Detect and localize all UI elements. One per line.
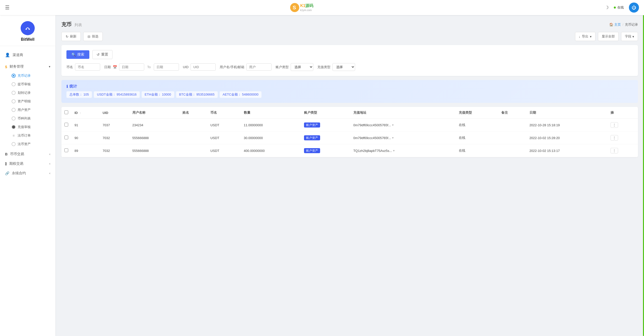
sidebar-item-withdraw-review[interactable]: 提币审核 xyxy=(9,80,50,89)
sidebar-section-finance: $ 财务管理 ▾ 充币记录 提币审核 划转记录 xyxy=(0,61,55,149)
row1-account-type: 账户资产 xyxy=(301,119,350,132)
sidebar-item-channel[interactable]: 👤 渠道商 xyxy=(0,50,55,60)
sidebar-item-coin-list[interactable]: 币种列表 xyxy=(9,114,50,123)
export-button[interactable]: ↓ 导出 ▾ xyxy=(575,32,596,41)
th-op: 操 xyxy=(608,107,638,119)
th-username: 用户名称 xyxy=(129,107,179,119)
row2-expand-icon[interactable]: ▾ xyxy=(392,136,394,140)
th-recharge-type-label: 充值类型 xyxy=(459,111,472,114)
search-button[interactable]: 🔍 搜索 xyxy=(66,50,89,59)
sidebar-item-asset-detail-label: 资产明细 xyxy=(18,99,31,104)
stats-info-icon: ℹ xyxy=(66,84,68,89)
breadcrumb-current-label: 充币记录 xyxy=(625,22,638,27)
coin-filter-input[interactable] xyxy=(75,63,100,71)
row2-op-button[interactable]: ⋮ xyxy=(611,135,618,141)
filter-group-coin: 币名 xyxy=(66,63,100,71)
th-address-label: 充值地址 xyxy=(353,111,366,114)
recharge-review-dot xyxy=(12,125,16,129)
logo-svg: S K1 源码 k1ym.com xyxy=(290,2,325,13)
filter-button[interactable]: ⊟ 筛选 xyxy=(83,32,103,41)
refresh-icon: ↻ xyxy=(66,35,68,38)
sidebar-item-transfer-record-label: 划转记录 xyxy=(18,91,31,95)
stats-card: ℹ 统计 总单数： 105 USDT金额： 95415893616 ETH金额：… xyxy=(61,80,638,103)
user-filter-input[interactable] xyxy=(246,63,272,71)
coin-trade-arrow: ‹ xyxy=(49,152,50,156)
sidebar-item-user-asset[interactable]: 用户资产 xyxy=(9,106,50,114)
row2-uid: 7032 xyxy=(100,132,129,144)
sidebar-item-transfer-record[interactable]: 划转记录 xyxy=(9,89,50,97)
th-name: 姓名 xyxy=(179,107,208,119)
breadcrumb-home-link[interactable]: 🏠 主页 xyxy=(609,22,621,27)
sidebar-section-finance-label: 财务管理 xyxy=(10,64,24,69)
account-type-filter-label: 账户类型 xyxy=(276,65,289,69)
th-id[interactable]: ID ↑ xyxy=(71,107,100,119)
th-uid-label: UID xyxy=(103,111,108,115)
sidebar-item-perpetual[interactable]: 🔗 永续合约 ‹ xyxy=(0,169,55,178)
row2-id: 90 xyxy=(71,132,100,144)
row2-username: 555666888 xyxy=(129,132,179,144)
row3-op-button[interactable]: ⋮ xyxy=(611,148,618,153)
sidebar-item-recharge-review[interactable]: 充值审核 xyxy=(9,123,50,131)
power-button[interactable]: ⏻ xyxy=(629,3,639,13)
table-row: 91 7037 234234 USDT 11.00000000 账户资产 0m7… xyxy=(61,119,638,132)
brand-name: BitWell xyxy=(21,37,34,42)
futures-arrow: ‹ xyxy=(49,162,50,165)
sidebar-item-fiat-asset-label: 法币资产 xyxy=(18,142,31,146)
coin-filter-label: 币名 xyxy=(66,65,73,69)
date-to-input[interactable] xyxy=(154,63,179,71)
row3-expand-icon[interactable]: ▾ xyxy=(393,149,395,152)
row3-cb xyxy=(61,144,71,157)
stats-eth: ETH金额： 10000 xyxy=(142,91,174,98)
page-title-area: 充币 列表 xyxy=(61,21,82,28)
sidebar-item-fiat-order[interactable]: ≡ 法币订单 xyxy=(9,131,50,140)
th-note-label: 备注 xyxy=(501,111,508,114)
uid-filter-input[interactable] xyxy=(191,63,216,71)
row3-name xyxy=(179,144,208,157)
row2-account-type: 账户资产 xyxy=(301,132,350,144)
sidebar-item-fiat-asset[interactable]: 法币资产 xyxy=(9,140,50,148)
stats-total: 总单数： 105 xyxy=(66,91,92,98)
topnav-right: ☽ 在线 ⏻ xyxy=(605,3,639,13)
hamburger-icon[interactable]: ☰ xyxy=(5,5,10,11)
sidebar-item-coin-list-label: 币种列表 xyxy=(18,116,31,121)
account-type-select[interactable]: 选择 xyxy=(291,63,313,71)
coin-list-dot xyxy=(12,116,16,120)
th-username-label: 用户名称 xyxy=(132,111,145,114)
sidebar-item-futures[interactable]: ₿ 期权交易 ‹ xyxy=(0,159,55,169)
filter-fields-row: 币名 日期 📅 To UID 用户名/手机/邮箱 xyxy=(66,63,633,71)
row2-checkbox[interactable] xyxy=(64,136,68,139)
reset-button[interactable]: ↺ 重置 xyxy=(92,50,112,59)
date-from-input[interactable] xyxy=(119,63,144,71)
show-all-button[interactable]: 显示全部 xyxy=(598,32,619,41)
online-dot xyxy=(614,7,616,9)
row1-checkbox[interactable] xyxy=(64,123,68,127)
fields-button[interactable]: 字段 ▾ xyxy=(621,32,638,41)
th-amount-label: 数量 xyxy=(244,111,250,114)
th-date: 日期 xyxy=(526,107,608,119)
refresh-button[interactable]: ↻ 刷新 xyxy=(61,32,81,41)
futures-icon: ₿ xyxy=(5,162,7,166)
row1-op-button[interactable]: ⋮ xyxy=(611,122,618,128)
sidebar-section-finance-header[interactable]: $ 财务管理 ▾ xyxy=(5,62,50,71)
sidebar-item-coin-trade[interactable]: B 币币交易 ‹ xyxy=(0,149,55,159)
row3-checkbox[interactable] xyxy=(64,148,68,152)
row1-date: 2022-10-28 15:18:19 xyxy=(526,119,608,132)
stats-title: ℹ 统计 xyxy=(66,84,633,89)
sidebar: BitWell 👤 渠道商 $ 财务管理 ▾ 充币记录 xyxy=(0,15,55,336)
sidebar-item-recharge-record[interactable]: 充币记录 xyxy=(9,71,50,80)
transfer-record-dot xyxy=(12,91,16,95)
filter-label: 筛选 xyxy=(92,34,98,39)
select-all-checkbox[interactable] xyxy=(64,110,68,114)
recharge-type-select[interactable]: 选择 xyxy=(332,63,355,71)
row3-amount: 400.00000000 xyxy=(241,144,301,157)
moon-icon[interactable]: ☽ xyxy=(605,5,609,10)
stats-title-label: 统计 xyxy=(69,84,77,89)
sidebar-item-asset-detail[interactable]: 资产明细 xyxy=(9,97,50,106)
scrollbar-accent xyxy=(643,15,644,336)
filter-group-recharge-type: 充值类型 选择 xyxy=(317,63,355,71)
row1-expand-icon[interactable]: ▾ xyxy=(392,123,394,127)
filter-group-account-type: 账户类型 选择 xyxy=(276,63,313,71)
th-coin-label: 币名 xyxy=(210,111,217,114)
row2-cb xyxy=(61,132,71,144)
uid-filter-label: UID xyxy=(183,65,188,69)
